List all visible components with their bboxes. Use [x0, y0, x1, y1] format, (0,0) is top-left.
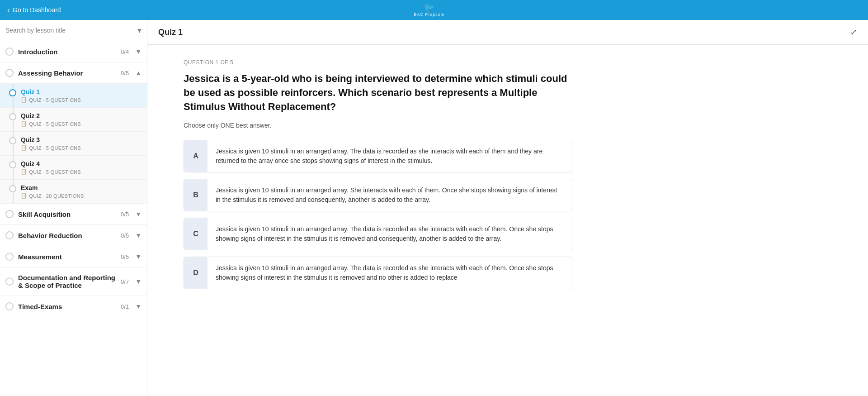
section-header-behavior-reduction[interactable]: Behavior Reduction 0/5 ▼ — [0, 225, 147, 246]
section-title-introduction: Introduction — [18, 48, 116, 56]
quiz4-meta: 📋 QUIZ · 5 QUESTIONS — [21, 169, 142, 175]
sub-circle-quiz4 — [9, 161, 16, 168]
exam-content: Exam 📋 QUIZ · 20 QUESTIONS — [21, 184, 142, 199]
answer-text-b: Jessica is given 10 stimuli in an arrang… — [208, 179, 572, 211]
search-placeholder-text: Search by lesson title — [5, 27, 66, 34]
exam-icon: 📋 — [21, 193, 27, 199]
logo-text: BAC Prepcom — [414, 12, 444, 17]
sub-circle-quiz1 — [9, 89, 16, 96]
section-title-behavior-reduction: Behavior Reduction — [18, 232, 116, 239]
quiz4-icon: 📋 — [21, 169, 27, 175]
section-documentation: Documentation and Reporting & Scope of P… — [0, 267, 147, 296]
section-title-measurement: Measurement — [18, 253, 116, 261]
section-introduction: Introduction 0/4 ▼ — [0, 41, 147, 62]
sidebar-item-quiz1[interactable]: Quiz 1 📋 QUIZ · 5 QUESTIONS — [0, 84, 147, 108]
quiz1-meta-text: QUIZ · 5 QUESTIONS — [29, 97, 81, 103]
section-title-timed-exams: Timed-Exams — [18, 303, 116, 310]
answer-letter-a: A — [184, 140, 208, 172]
quiz2-meta: 📋 QUIZ · 5 QUESTIONS — [21, 121, 142, 127]
section-title-skill-acquisition: Skill Acquisition — [18, 210, 116, 218]
sub-circle-quiz2 — [9, 113, 16, 120]
sub-circle-quiz3 — [9, 137, 16, 144]
top-bar: ‹ Go to Dashboard 🐦 BAC Prepcom — [0, 0, 868, 20]
exam-meta-text: QUIZ · 20 QUESTIONS — [29, 193, 84, 199]
chevron-down-icon-documentation: ▼ — [135, 278, 142, 285]
chevron-left-icon: ‹ — [7, 6, 10, 14]
section-count-timed-exams: 0/1 — [121, 303, 129, 310]
chevron-down-icon-measurement: ▼ — [135, 253, 142, 260]
answer-option-d[interactable]: D Jessica is given 10 stimuli in an arra… — [184, 257, 572, 289]
answer-option-b[interactable]: B Jessica is given 10 stimuli in an arra… — [184, 179, 572, 211]
answer-option-c[interactable]: C Jessica is given 10 stimuli in an arra… — [184, 218, 572, 250]
question-label: QUESTION 1 OF 5 — [184, 59, 832, 66]
answer-text-c: Jessica is given 10 stimuli in an arrang… — [208, 218, 572, 250]
exam-meta: 📋 QUIZ · 20 QUESTIONS — [21, 193, 142, 199]
section-timed-exams: Timed-Exams 0/1 ▼ — [0, 296, 147, 317]
quiz3-title: Quiz 3 — [21, 136, 142, 143]
section-skill-acquisition: Skill Acquisition 0/5 ▼ — [0, 204, 147, 225]
section-title-documentation: Documentation and Reporting & Scope of P… — [18, 274, 116, 289]
section-count-documentation: 0/7 — [121, 278, 129, 285]
chevron-down-icon-skill-acquisition: ▼ — [135, 210, 142, 218]
question-text: Jessica is a 5-year-old who is being int… — [184, 72, 572, 114]
section-header-timed-exams[interactable]: Timed-Exams 0/1 ▼ — [0, 296, 147, 317]
section-title-assessing-behavior: Assessing Behavior — [18, 69, 116, 77]
quiz2-icon: 📋 — [21, 121, 27, 127]
logo-bird-icon: 🐦 — [424, 3, 435, 12]
quiz-icon: 📋 — [21, 97, 27, 103]
dropdown-icon: ▾ — [137, 25, 142, 35]
quiz4-content: Quiz 4 📋 QUIZ · 5 QUESTIONS — [21, 160, 142, 175]
sidebar-search[interactable]: Search by lesson title ▾ — [0, 20, 147, 41]
section-circle-introduction — [5, 48, 14, 56]
section-header-assessing-behavior[interactable]: Assessing Behavior 0/5 ▲ — [0, 62, 147, 83]
go-to-dashboard-link[interactable]: ‹ Go to Dashboard — [7, 6, 61, 14]
sidebar-scroll: Introduction 0/4 ▼ Assessing Behavior 0/… — [0, 41, 147, 396]
quiz1-meta: 📋 QUIZ · 5 QUESTIONS — [21, 97, 142, 103]
section-header-introduction[interactable]: Introduction 0/4 ▼ — [0, 41, 147, 62]
sidebar-item-quiz2[interactable]: Quiz 2 📋 QUIZ · 5 QUESTIONS — [0, 108, 147, 132]
section-circle-skill-acquisition — [5, 210, 14, 218]
chevron-up-icon-assessing-behavior: ▲ — [135, 69, 142, 76]
quiz2-title: Quiz 2 — [21, 112, 142, 119]
section-circle-timed-exams — [5, 302, 14, 310]
answer-text-a: Jessica is given 10 stimuli in an arrang… — [208, 140, 572, 172]
sub-items-container: Quiz 1 📋 QUIZ · 5 QUESTIONS — [0, 84, 147, 203]
section-circle-documentation — [5, 277, 14, 286]
instruction-text: Choose only ONE best answer. — [184, 122, 832, 129]
sidebar: Search by lesson title ▾ Introduction 0/… — [0, 20, 147, 396]
section-behavior-reduction: Behavior Reduction 0/5 ▼ — [0, 225, 147, 246]
quiz2-meta-text: QUIZ · 5 QUESTIONS — [29, 121, 81, 127]
section-circle-assessing-behavior — [5, 69, 14, 77]
sidebar-item-exam[interactable]: Exam 📋 QUIZ · 20 QUESTIONS — [0, 180, 147, 203]
section-count-introduction: 0/4 — [121, 48, 129, 55]
main-layout: Search by lesson title ▾ Introduction 0/… — [0, 20, 868, 396]
answer-letter-b: B — [184, 179, 208, 211]
expand-icon[interactable]: ⤢ — [850, 27, 857, 37]
answer-letter-c: C — [184, 218, 208, 250]
quiz-body: QUESTION 1 OF 5 Jessica is a 5-year-old … — [147, 45, 868, 396]
quiz4-meta-text: QUIZ · 5 QUESTIONS — [29, 169, 81, 175]
quiz-title: Quiz 1 — [158, 28, 183, 37]
section-assessing-behavior: Assessing Behavior 0/5 ▲ Quiz 1 — [0, 62, 147, 204]
quiz2-content: Quiz 2 📋 QUIZ · 5 QUESTIONS — [21, 112, 142, 127]
assessing-behavior-subitems: Quiz 1 📋 QUIZ · 5 QUESTIONS — [0, 83, 147, 203]
section-header-skill-acquisition[interactable]: Skill Acquisition 0/5 ▼ — [0, 204, 147, 224]
logo: 🐦 BAC Prepcom — [414, 3, 444, 17]
go-to-dashboard-label: Go to Dashboard — [13, 6, 61, 14]
section-header-documentation[interactable]: Documentation and Reporting & Scope of P… — [0, 267, 147, 296]
quiz3-meta: 📋 QUIZ · 5 QUESTIONS — [21, 145, 142, 151]
answer-option-a[interactable]: A Jessica is given 10 stimuli in an arra… — [184, 140, 572, 172]
content-header: Quiz 1 ⤢ — [147, 20, 868, 45]
section-count-measurement: 0/5 — [121, 253, 129, 260]
quiz3-icon: 📋 — [21, 145, 27, 151]
sidebar-item-quiz4[interactable]: Quiz 4 📋 QUIZ · 5 QUESTIONS — [0, 156, 147, 180]
section-header-measurement[interactable]: Measurement 0/5 ▼ — [0, 246, 147, 267]
section-count-behavior-reduction: 0/5 — [121, 232, 129, 239]
sidebar-item-quiz3[interactable]: Quiz 3 📋 QUIZ · 5 QUESTIONS — [0, 132, 147, 156]
quiz1-content: Quiz 1 📋 QUIZ · 5 QUESTIONS — [21, 88, 142, 103]
sub-circle-exam — [9, 185, 16, 192]
section-count-skill-acquisition: 0/5 — [121, 211, 129, 218]
chevron-down-icon-introduction: ▼ — [135, 48, 142, 55]
chevron-down-icon-timed-exams: ▼ — [135, 303, 142, 310]
section-circle-behavior-reduction — [5, 231, 14, 239]
